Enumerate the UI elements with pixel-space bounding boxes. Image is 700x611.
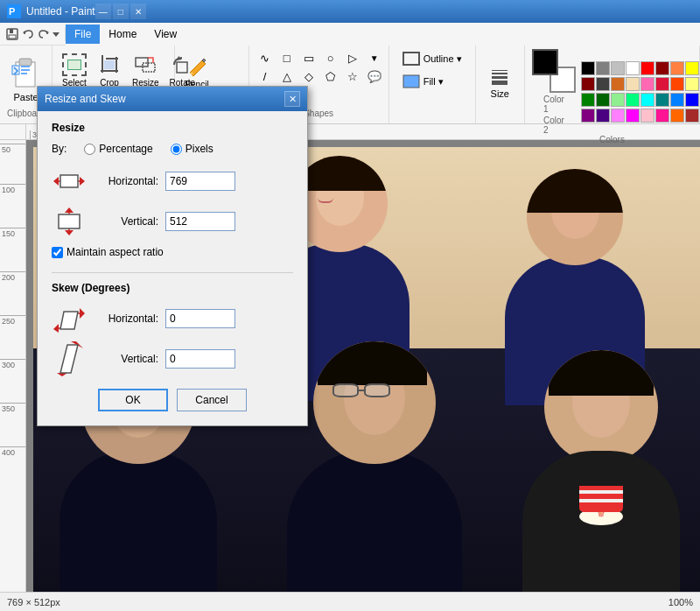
shape-callout[interactable]: 💬 bbox=[364, 67, 385, 85]
svg-marker-37 bbox=[80, 308, 85, 319]
resize-by-row: By: Percentage Pixels bbox=[52, 143, 293, 155]
close-button[interactable]: ✕ bbox=[130, 4, 146, 19]
color-darkgray[interactable] bbox=[596, 77, 610, 91]
paste-label: Paste bbox=[13, 92, 38, 102]
svg-rect-11 bbox=[21, 69, 30, 71]
color-maroon[interactable] bbox=[581, 77, 595, 91]
shape-pentagon[interactable]: ⬠ bbox=[320, 67, 341, 85]
color-magenta[interactable] bbox=[626, 109, 640, 123]
zoom-status: 100% bbox=[668, 597, 693, 607]
skew-vertical-icon bbox=[52, 343, 87, 375]
color-black[interactable] bbox=[581, 61, 595, 75]
canvas-size-status: 769 × 512px bbox=[7, 597, 60, 607]
skew-section-label: Skew (Degrees) bbox=[52, 282, 293, 294]
color-darkbrown[interactable] bbox=[685, 109, 699, 123]
shape-right-arrow[interactable]: ▷ bbox=[342, 49, 363, 67]
undo-icon[interactable] bbox=[21, 27, 35, 41]
color-teal[interactable] bbox=[655, 93, 669, 107]
color-indigo[interactable] bbox=[596, 109, 610, 123]
shape-diamond[interactable]: ◇ bbox=[298, 67, 319, 85]
redo-icon[interactable] bbox=[37, 27, 51, 41]
fill-color-button[interactable]: Fill ▾ bbox=[396, 72, 468, 91]
color-red[interactable] bbox=[640, 61, 654, 75]
quick-access-dropdown-icon[interactable] bbox=[52, 31, 60, 38]
size-button[interactable]: Size bbox=[485, 67, 515, 102]
vertical-resize-label: Vertical: bbox=[97, 215, 158, 228]
shape-ellipse[interactable]: ○ bbox=[320, 49, 341, 67]
color-darkgreen[interactable] bbox=[596, 93, 610, 107]
percentage-radio-label[interactable]: Percentage bbox=[84, 143, 152, 155]
svg-marker-29 bbox=[80, 177, 85, 186]
resize-skew-dialog[interactable]: Resize and Skew ✕ Resize By: Percentage … bbox=[37, 86, 308, 426]
maximize-button[interactable]: □ bbox=[113, 4, 129, 19]
color-deeppink[interactable] bbox=[655, 109, 669, 123]
svg-rect-9 bbox=[19, 59, 32, 66]
menu-view[interactable]: View bbox=[145, 25, 186, 44]
pixels-radio[interactable] bbox=[171, 144, 182, 155]
shape-more[interactable]: ▼ bbox=[364, 49, 385, 67]
svg-rect-12 bbox=[21, 73, 27, 74]
color-crimson[interactable] bbox=[655, 77, 669, 91]
percentage-radio[interactable] bbox=[84, 144, 95, 155]
svg-rect-25 bbox=[403, 53, 419, 65]
color-yellow[interactable] bbox=[685, 61, 699, 75]
svg-rect-18 bbox=[104, 60, 115, 69]
menu-home[interactable]: Home bbox=[100, 25, 145, 44]
dialog-title: Resize and Skew bbox=[45, 93, 284, 105]
color-cornblue[interactable] bbox=[670, 93, 684, 107]
shape-rect[interactable]: □ bbox=[276, 49, 298, 67]
color-silver[interactable] bbox=[611, 61, 625, 75]
paint-icon: P bbox=[7, 4, 21, 18]
skew-vertical-row: Vertical: bbox=[52, 343, 293, 375]
color-green[interactable] bbox=[581, 93, 595, 107]
shape-round-rect[interactable]: ▭ bbox=[298, 49, 319, 67]
color-darkred[interactable] bbox=[655, 61, 669, 75]
svg-rect-10 bbox=[21, 66, 30, 67]
dialog-close-button[interactable]: ✕ bbox=[284, 91, 300, 107]
color-hotpink[interactable] bbox=[640, 77, 654, 91]
color-violet[interactable] bbox=[611, 109, 625, 123]
resize-vertical-row: Vertical: bbox=[52, 206, 293, 237]
color-gray[interactable] bbox=[596, 61, 610, 75]
shape-line[interactable]: / bbox=[255, 67, 276, 85]
skew-horizontal-input[interactable] bbox=[165, 309, 235, 328]
skew-vertical-input[interactable] bbox=[165, 349, 235, 369]
ok-button[interactable]: OK bbox=[98, 389, 168, 411]
svg-marker-27 bbox=[53, 177, 59, 186]
color-white[interactable] bbox=[626, 61, 640, 75]
cancel-button[interactable]: Cancel bbox=[177, 389, 247, 411]
horizontal-resize-input[interactable] bbox=[165, 172, 235, 191]
color-orange[interactable] bbox=[670, 61, 684, 75]
maintain-aspect-checkbox[interactable] bbox=[52, 247, 63, 258]
resize-icon bbox=[133, 53, 158, 76]
shape-triangle[interactable]: △ bbox=[276, 67, 298, 85]
pixels-radio-label[interactable]: Pixels bbox=[171, 143, 214, 155]
color-springgreen[interactable] bbox=[626, 93, 640, 107]
color-pink[interactable] bbox=[640, 109, 654, 123]
vertical-resize-input[interactable] bbox=[165, 212, 235, 231]
color-brown[interactable] bbox=[611, 77, 625, 91]
dialog-body: Resize By: Percentage Pixels bbox=[38, 111, 307, 425]
skew-horizontal-icon bbox=[52, 303, 87, 334]
shape-curve[interactable]: ∿ bbox=[255, 49, 276, 67]
color1-swatch[interactable] bbox=[532, 49, 558, 75]
maintain-aspect-label[interactable]: Maintain aspect ratio bbox=[66, 246, 164, 258]
shape-star[interactable]: ☆ bbox=[342, 67, 363, 85]
select-button[interactable]: Select bbox=[58, 49, 91, 90]
color-darkorange[interactable] bbox=[670, 109, 684, 123]
color-lightyellow[interactable] bbox=[685, 77, 699, 91]
color-wheat[interactable] bbox=[626, 77, 640, 91]
resize-button[interactable]: Resize bbox=[128, 49, 164, 90]
color-orangered[interactable] bbox=[670, 77, 684, 91]
color-blue[interactable] bbox=[685, 93, 699, 107]
svg-marker-31 bbox=[65, 207, 74, 213]
svg-text:P: P bbox=[9, 6, 15, 17]
color-cyan[interactable] bbox=[640, 93, 654, 107]
save-icon[interactable] bbox=[5, 27, 19, 41]
color-purple[interactable] bbox=[581, 109, 595, 123]
crop-button[interactable]: Crop bbox=[93, 49, 126, 90]
menu-file[interactable]: File bbox=[66, 25, 100, 44]
color-lightgreen[interactable] bbox=[611, 93, 625, 107]
minimize-button[interactable]: — bbox=[95, 4, 111, 19]
outline-button[interactable]: Outline ▾ bbox=[396, 49, 468, 68]
